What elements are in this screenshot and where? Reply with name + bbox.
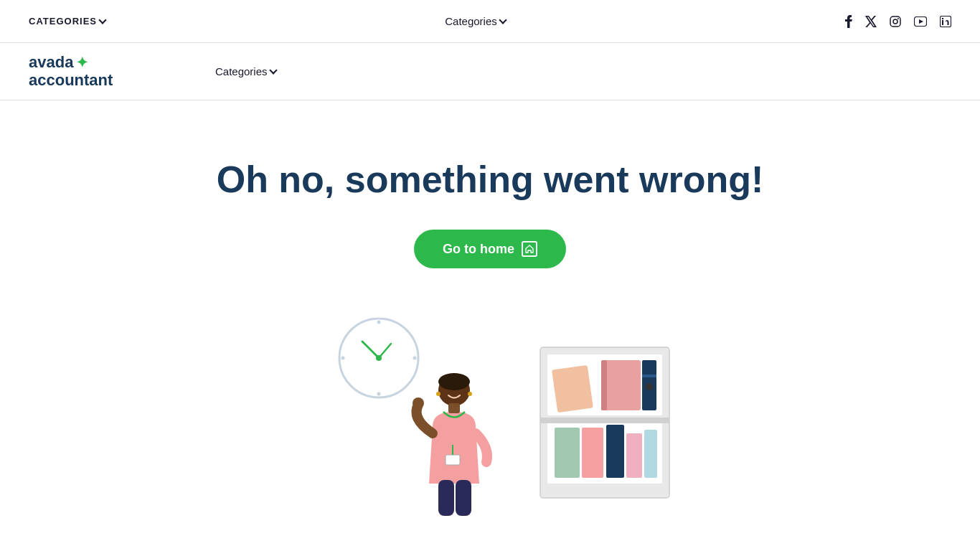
go-home-button[interactable]: Go to home: [414, 230, 566, 268]
svg-point-15: [376, 355, 382, 361]
second-nav-categories-label: Categories: [215, 65, 268, 77]
linkedin-icon[interactable]: [940, 16, 951, 27]
svg-marker-4: [919, 19, 923, 24]
svg-rect-37: [582, 428, 603, 478]
top-nav-categories-left[interactable]: CATEGORIES: [29, 16, 105, 27]
person-illustration: [397, 369, 512, 544]
svg-rect-18: [448, 403, 460, 413]
svg-rect-22: [438, 480, 454, 516]
logo-star-icon: ✦: [76, 55, 88, 70]
svg-rect-33: [642, 375, 656, 377]
svg-point-17: [438, 373, 470, 390]
main-header: avada ✦ accountant Categories: [0, 43, 980, 100]
top-nav-categories-center[interactable]: Categories: [445, 15, 506, 27]
second-nav: Categories: [187, 43, 305, 100]
svg-point-34: [646, 383, 653, 390]
svg-rect-19: [446, 455, 460, 465]
svg-point-21: [413, 397, 424, 409]
site-logo[interactable]: avada ✦ accountant: [29, 54, 113, 88]
illustration: [275, 311, 705, 541]
error-title: Oh no, something went wrong!: [217, 158, 764, 201]
top-bar-social: [845, 15, 951, 28]
svg-point-10: [413, 357, 417, 360]
top-bar-center: Categories: [445, 15, 506, 27]
logo-avada-text: avada: [29, 54, 73, 71]
svg-rect-0: [890, 17, 900, 27]
svg-point-24: [436, 392, 440, 396]
svg-rect-6: [942, 20, 943, 25]
svg-point-25: [468, 392, 472, 396]
youtube-icon[interactable]: [914, 17, 927, 27]
logo-avada: avada ✦: [29, 54, 113, 71]
logo-area: avada ✦ accountant: [0, 43, 187, 100]
home-icon: [522, 241, 537, 257]
svg-point-9: [377, 321, 381, 324]
categories-left-label: CATEGORIES: [29, 16, 97, 27]
svg-point-1: [893, 19, 897, 24]
categories-center-label: Categories: [445, 15, 497, 27]
logo-accountant-text: accountant: [29, 72, 113, 89]
categories-left-chevron-icon: [98, 16, 106, 24]
svg-rect-40: [644, 430, 657, 478]
twitter-x-icon[interactable]: [865, 16, 877, 27]
second-nav-categories[interactable]: Categories: [215, 65, 276, 77]
second-nav-chevron-icon: [269, 66, 277, 74]
svg-point-12: [341, 357, 345, 360]
svg-rect-35: [552, 365, 593, 413]
svg-point-7: [942, 17, 943, 19]
facebook-icon[interactable]: [845, 15, 852, 28]
svg-rect-31: [601, 360, 607, 410]
svg-rect-30: [601, 360, 641, 410]
shelf-illustration: [533, 340, 677, 508]
top-bar: CATEGORIES Categories: [0, 0, 980, 43]
instagram-icon[interactable]: [890, 16, 901, 27]
svg-rect-29: [540, 418, 669, 423]
svg-rect-23: [456, 480, 471, 516]
svg-point-2: [897, 18, 899, 19]
svg-rect-38: [606, 425, 624, 478]
top-bar-left: CATEGORIES: [29, 16, 105, 27]
main-content: Oh no, something went wrong! Go to home: [0, 100, 980, 541]
categories-center-chevron-icon: [499, 16, 507, 24]
svg-rect-36: [555, 428, 580, 478]
svg-point-11: [377, 392, 381, 396]
svg-rect-39: [626, 433, 642, 478]
go-home-label: Go to home: [443, 242, 514, 257]
